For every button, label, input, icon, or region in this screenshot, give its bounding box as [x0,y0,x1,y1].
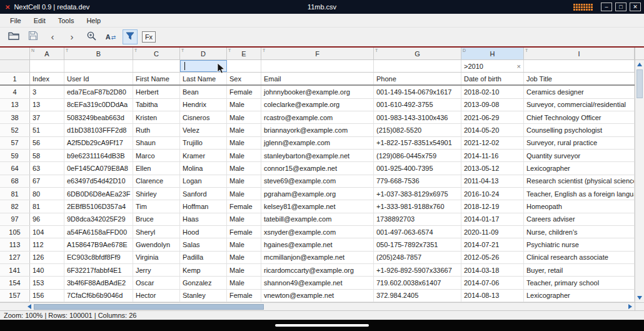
minimize-button[interactable]: – [601,3,612,11]
data-cell[interactable]: Male [227,99,261,111]
data-cell[interactable]: (215)082-5520 [374,124,461,136]
data-cell[interactable]: Male [227,150,261,161]
data-cell[interactable]: Shaun [133,137,180,149]
data-cell[interactable]: 6DB0D6D8eAEa23F [64,188,133,200]
data-cell[interactable]: vnewton@example.net [261,290,374,302]
data-cell[interactable]: Male [227,111,261,123]
data-cell[interactable]: A2f5Db29cA9Ff17 [64,137,133,149]
data-cell[interactable]: EC903c8bfdf8Ff9 [64,252,133,263]
vertical-scrollbar[interactable] [635,48,644,302]
data-cell[interactable]: 2011-04-13 [461,175,524,187]
data-cell[interactable]: 719.602.0038x61407 [374,277,461,288]
data-cell[interactable]: Sanford [180,188,227,200]
data-cell[interactable]: 8cEFa319c0DDdAa [64,99,133,111]
data-cell[interactable]: tatebill@example.com [261,213,374,225]
data-cell[interactable]: +1-333-981-9188x760 [374,200,461,212]
data-cell[interactable]: 372.984.2405 [374,290,461,302]
row-number[interactable]: 97 [0,213,30,225]
data-cell[interactable]: Buyer, retail [524,264,635,276]
data-cell[interactable]: Stanley [180,290,227,302]
data-cell[interactable]: Bean [180,86,227,98]
data-cell[interactable]: johnnybooker@example.org [261,86,374,98]
data-cell[interactable]: 001-610-492-3755 [374,99,461,111]
data-cell[interactable]: 63 [30,162,64,174]
data-cell[interactable]: Bruce [133,213,180,225]
scroll-down-arrow[interactable] [635,293,644,302]
data-cell[interactable]: Padilla [180,252,227,263]
data-cell[interactable]: 2EBfB5106D357a4 [64,200,133,212]
menu-item-tools[interactable]: Tools [52,14,81,27]
data-cell[interactable]: 050-175-7892x7351 [374,238,461,250]
data-cell[interactable]: Female [227,86,261,98]
row-number[interactable]: 38 [0,111,30,123]
data-cell[interactable]: hgaines@example.net [261,238,374,250]
data-cell[interactable]: Surveyor, rural practice [524,137,635,149]
data-cell[interactable]: Herbert [133,86,180,98]
data-cell[interactable]: ricardomccarty@example.org [261,264,374,276]
data-cell[interactable]: Salas [180,238,227,250]
data-cell[interactable]: Female [227,200,261,212]
data-cell[interactable]: Research scientist (physical sciences [524,175,635,187]
horizontal-scrollbar[interactable] [0,302,644,310]
column-header-G[interactable]: TG [374,48,461,59]
data-cell[interactable]: 7CfaCf6b6b9046d [64,290,133,302]
scroll-up-arrow[interactable] [635,60,644,69]
save-button[interactable] [26,29,41,44]
data-cell[interactable]: 56 [30,137,64,149]
filter-cell-E[interactable] [227,60,261,72]
filter-cell-F[interactable] [261,60,374,72]
data-cell[interactable]: +1-822-157-8351x54901 [374,137,461,149]
data-cell[interactable]: 81 [30,200,64,212]
data-cell[interactable]: Virginia [133,252,180,263]
data-cell[interactable]: Hoffman [180,200,227,212]
data-cell[interactable]: Nurse, children's [524,226,635,238]
row-number[interactable]: 157 [0,290,30,302]
data-cell[interactable]: 9D8dca342025F29 [64,213,133,225]
row-number[interactable]: 81 [0,188,30,200]
forward-button[interactable]: › [64,29,79,44]
data-cell[interactable]: Clinical research associate [524,252,635,263]
data-cell[interactable]: connor15@example.net [261,162,374,174]
row-number[interactable]: 57 [0,137,30,149]
data-cell[interactable]: 001-925-400-7395 [374,162,461,174]
data-cell[interactable]: 2020-11-09 [461,226,524,238]
data-cell[interactable]: 2012-05-26 [461,252,524,263]
data-cell[interactable]: coleclarke@example.org [261,99,374,111]
data-cell[interactable]: Psychiatric nurse [524,238,635,250]
menu-item-edit[interactable]: Edit [28,14,52,27]
data-cell[interactable]: 3 [30,86,64,98]
data-cell[interactable]: 156 [30,290,64,302]
column-header-H[interactable]: DH [461,48,524,59]
data-cell[interactable]: 2014-07-21 [461,238,524,250]
data-cell[interactable]: Hector [133,290,180,302]
data-cell[interactable]: +1-926-892-5907x33667 [374,264,461,276]
zoom-search-button[interactable] [84,29,99,44]
data-cell[interactable]: Homeopath [524,200,635,212]
data-cell[interactable]: 2014-07-06 [461,277,524,288]
data-cell[interactable]: 153 [30,277,64,288]
vertical-scroll-thumb[interactable] [636,69,643,98]
data-cell[interactable]: eda7EcaF87b2D80 [64,86,133,98]
data-cell[interactable]: stanleybarton@example.net [261,150,374,161]
data-cell[interactable]: 2014-05-20 [461,124,524,136]
data-cell[interactable]: +1-037-383-8129x6975 [374,188,461,200]
filter-cell-D[interactable] [180,60,227,72]
filter-cell-B[interactable] [64,60,133,72]
data-cell[interactable]: Kristen [133,111,180,123]
row-number[interactable]: 82 [0,200,30,212]
data-cell[interactable]: kelsey81@example.net [261,200,374,212]
data-cell[interactable]: 2016-10-24 [461,188,524,200]
find-replace-button[interactable]: A⇄ [103,29,118,44]
data-cell[interactable]: Sex [227,73,261,84]
data-cell[interactable]: 2018-02-10 [461,86,524,98]
data-cell[interactable]: Date of birth [461,73,524,84]
column-header-C[interactable]: TC [133,48,180,59]
data-cell[interactable]: d1bD38103FFF2d8 [64,124,133,136]
data-cell[interactable]: 0eF145CA079E8A8 [64,162,133,174]
data-cell[interactable]: 112 [30,238,64,250]
row-number[interactable]: 1 [0,73,30,84]
data-cell[interactable]: xsnyder@example.com [261,226,374,238]
row-number[interactable]: 52 [0,124,30,136]
data-cell[interactable]: jglenn@example.com [261,137,374,149]
data-cell[interactable]: Shirley [133,188,180,200]
